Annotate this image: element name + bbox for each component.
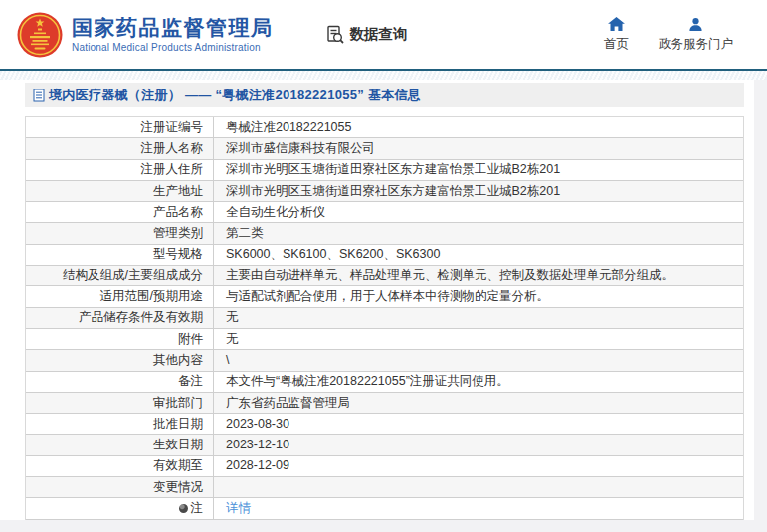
row-label: 生效日期 (26, 435, 214, 454)
row-value: \ (214, 350, 743, 370)
table-row-change-status: 变更情况 (26, 477, 743, 498)
document-icon (33, 89, 49, 102)
nav-item-service-portal[interactable]: 政务服务门户 (659, 17, 733, 53)
decorative-stripe (0, 71, 767, 80)
page-title: 境内医疗器械（注册） —— “粤械注准20182221055” 基本信息 (49, 87, 421, 104)
table-row-registrant-name: 注册人名称 深圳市盛信康科技有限公司 (26, 138, 743, 159)
details-link[interactable]: 详情 (226, 501, 251, 516)
nmpa-registration-page: 国家药品监督管理局 National Medical Products Admi… (0, 0, 767, 532)
table-row-approval-department: 审批部门 广东省药品监督管理局 (26, 393, 743, 414)
row-value: 无 (214, 308, 743, 328)
table-row-effective-date: 生效日期 2023-12-10 (26, 435, 743, 455)
row-label: 生产地址 (26, 181, 214, 201)
nav-portal-label: 政务服务门户 (659, 36, 733, 53)
table-row-intended-use: 适用范围/预期用途 与适配试剂配合使用，用于人体样本中待测物的定量分析。 (26, 286, 743, 307)
national-emblem-icon (17, 12, 63, 58)
row-label: 注册人住所 (26, 160, 214, 180)
table-row-registrant-address: 注册人住所 深圳市光明区玉塘街道田寮社区东方建富怡景工业城B2栋201 (26, 160, 743, 181)
table-row-storage-validity: 产品储存条件及有效期 无 (26, 308, 743, 329)
row-value: 主要由自动进样单元、样品处理单元、检测单元、控制及数据处理单元部分组成。 (214, 266, 743, 285)
row-label: 其他内容 (26, 350, 214, 370)
table-row-model-spec: 型号规格 SK6000、SK6100、SK6200、SK6300 (26, 245, 743, 266)
note-label: 注 (191, 501, 204, 516)
row-value: 本文件与“粤械注准20182221055”注册证共同使用。 (214, 372, 743, 392)
row-label: 批准日期 (26, 414, 214, 434)
row-value: 2023-12-10 (214, 435, 743, 454)
row-value: 粤械注准20182221055 (214, 117, 743, 137)
table-row-expiry-date: 有效期至 2028-12-09 (26, 456, 743, 477)
nav-home-label: 首页 (604, 36, 629, 53)
table-row-production-address: 生产地址 深圳市光明区玉塘街道田寮社区东方建富怡景工业城B2栋201 (26, 181, 743, 202)
table-row-management-category: 管理类别 第二类 (26, 223, 743, 244)
table-row-approval-date: 批准日期 2023-08-30 (26, 414, 743, 435)
row-value: 全自动生化分析仪 (214, 202, 743, 222)
bulb-icon (179, 504, 188, 513)
table-row-remarks: 备注 本文件与“粤械注准20182221055”注册证共同使用。 (26, 372, 743, 393)
user-icon (688, 17, 703, 32)
row-value: 第二类 (214, 223, 743, 243)
site-header: 国家药品监督管理局 National Medical Products Admi… (0, 0, 767, 71)
row-value: 2023-08-30 (214, 414, 743, 434)
row-label: 注册人名称 (26, 138, 214, 158)
row-label: 有效期至 (26, 456, 214, 476)
row-value: 广东省药品监督管理局 (214, 393, 743, 413)
row-value: SK6000、SK6100、SK6200、SK6300 (214, 245, 743, 265)
row-value: 深圳市盛信康科技有限公司 (214, 138, 743, 158)
data-query-button[interactable]: 数据查询 (325, 25, 408, 45)
org-name-cn: 国家药品监督管理局 (72, 16, 274, 40)
row-label: 结构及组成/主要组成成分 (26, 266, 214, 285)
data-query-label: 数据查询 (350, 25, 408, 44)
doc-search-icon (325, 25, 345, 45)
table-row-product-name: 产品名称 全自动生化分析仪 (26, 202, 743, 223)
table-row-attachment: 附件 无 (26, 329, 743, 350)
row-label: 注 (26, 498, 214, 518)
table-row-other-content: 其他内容 \ (26, 350, 743, 371)
row-label: 附件 (26, 329, 214, 349)
content-area: 境内医疗器械（注册） —— “粤械注准20182221055” 基本信息 注册证… (0, 80, 754, 520)
row-label: 备注 (26, 372, 214, 392)
registration-info-table: 注册证编号 粤械注准20182221055 注册人名称 深圳市盛信康科技有限公司… (25, 116, 744, 520)
row-label: 适用范围/预期用途 (26, 286, 214, 306)
brand-text: 国家药品监督管理局 National Medical Products Admi… (72, 16, 274, 53)
page-title-bar: 境内医疗器械（注册） —— “粤械注准20182221055” 基本信息 (25, 83, 744, 107)
row-value: 2028-12-09 (214, 456, 743, 476)
table-row-certificate-number: 注册证编号 粤械注准20182221055 (26, 117, 743, 138)
table-row-note: 注 详情 (26, 498, 743, 519)
row-value: 无 (214, 329, 743, 349)
table-row-structure-composition: 结构及组成/主要组成成分 主要由自动进样单元、样品处理单元、检测单元、控制及数据… (26, 266, 743, 286)
row-value: 与适配试剂配合使用，用于人体样本中待测物的定量分析。 (214, 286, 743, 306)
row-value (214, 477, 743, 497)
row-label: 审批部门 (26, 393, 214, 413)
row-label: 型号规格 (26, 245, 214, 265)
row-value: 深圳市光明区玉塘街道田寮社区东方建富怡景工业城B2栋201 (214, 160, 743, 180)
org-name-en: National Medical Products Administration (72, 42, 274, 53)
site-logo[interactable]: 国家药品监督管理局 National Medical Products Admi… (17, 12, 274, 58)
row-value: 深圳市光明区玉塘街道田寮社区东方建富怡景工业城B2栋201 (214, 181, 743, 201)
row-label: 产品储存条件及有效期 (26, 308, 214, 328)
row-label: 变更情况 (26, 477, 214, 497)
home-icon (608, 17, 625, 32)
row-value: 详情 (214, 498, 743, 518)
nav-item-home[interactable]: 首页 (604, 17, 629, 53)
row-label: 管理类别 (26, 223, 214, 243)
row-label: 注册证编号 (26, 117, 214, 137)
row-label: 产品名称 (26, 202, 214, 222)
header-nav: 首页 政务服务门户 (604, 17, 733, 53)
